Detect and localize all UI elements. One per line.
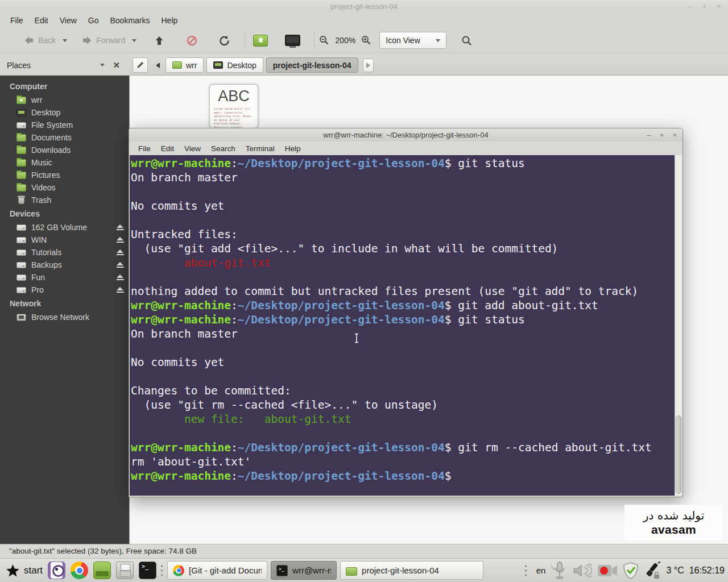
shield-check-icon[interactable]	[623, 562, 639, 579]
edit-path-button[interactable]	[133, 57, 148, 73]
eject-icon[interactable]	[117, 237, 124, 243]
fm-menu-view[interactable]: View	[54, 14, 82, 27]
fm-maximize-button[interactable]: +	[702, 1, 707, 11]
chrome-icon[interactable]	[71, 562, 88, 579]
search-button[interactable]	[461, 35, 472, 46]
fm-close-button[interactable]: ×	[717, 1, 721, 11]
breadcrumb-wrr[interactable]: wrr	[166, 57, 204, 73]
zoom-out-button[interactable]	[319, 35, 329, 45]
sidebar-item-win[interactable]: WIN	[0, 234, 129, 246]
sidebar-item-pro[interactable]: Pro	[0, 284, 129, 296]
file-about-git-txt[interactable]: ABC Lorem ipsum dolor sit amet, consecte…	[209, 84, 258, 128]
up-button[interactable]	[155, 36, 164, 45]
eject-icon[interactable]	[117, 275, 124, 280]
terminal-screen[interactable]: wrr@wrr-machine:~/Desktop/project-git-le…	[130, 155, 682, 496]
eject-icon[interactable]	[117, 225, 124, 230]
terminal-line: rm 'about-git.txt'	[131, 455, 674, 469]
clock[interactable]: 16:52:19	[689, 566, 725, 576]
forward-button[interactable]: Forward	[82, 36, 125, 45]
file-preview-title: ABC	[210, 88, 258, 105]
sidebar-item-desktop[interactable]: Desktop	[0, 106, 129, 119]
view-mode-select[interactable]: Icon View	[379, 32, 446, 49]
keyboard-layout-indicator[interactable]: en	[536, 566, 546, 575]
terminal-line	[131, 185, 674, 199]
zoom-in-button[interactable]	[361, 35, 371, 45]
terminal-menu-file[interactable]: File	[133, 143, 156, 154]
back-button[interactable]: Back	[24, 36, 56, 45]
plug-icon[interactable]	[644, 562, 661, 580]
network-icon	[16, 314, 26, 321]
floppy-icon[interactable]	[116, 562, 134, 579]
sidebar-item-music[interactable]: Music	[0, 156, 129, 169]
scroll-crumbs-left-icon[interactable]	[156, 63, 160, 68]
fm-menu-go[interactable]: Go	[82, 14, 105, 27]
file-manager-titlebar[interactable]: project-git-lesson-04 – + ×	[0, 0, 728, 13]
terminal-app-icon[interactable]	[139, 562, 156, 579]
sidebar-item-browse-network[interactable]: Browse Network	[0, 311, 129, 323]
breadcrumb-project-git-lesson-04[interactable]: project-git-lesson-04	[266, 57, 358, 73]
places-selector-caret[interactable]	[100, 64, 105, 66]
taskbar-window-git-git-add-documen[interactable]: [Git - git-add Documen...	[167, 561, 267, 580]
microphone-icon[interactable]	[551, 561, 568, 580]
taskbar-window-wrr-wrr-machine-d[interactable]: wrr@wrr-machine: ~/D...	[271, 561, 337, 580]
terminal-minimize-button[interactable]: –	[647, 130, 651, 140]
taskbar-window-project-git-lesson-04[interactable]: project-git-lesson-04	[340, 561, 483, 580]
sidebar-item-documents[interactable]: Documents	[0, 131, 129, 144]
terminal-menu-terminal[interactable]: Terminal	[241, 143, 280, 154]
fm-minimize-button[interactable]: –	[688, 1, 693, 11]
watermark: تولید شده در avasam	[624, 505, 723, 540]
fm-menu-help[interactable]: Help	[156, 14, 184, 27]
terminal-scrollbar-thumb[interactable]	[676, 415, 681, 494]
sidebar-item-pictures[interactable]: Pictures	[0, 169, 129, 181]
places-close-icon[interactable]: ✕	[113, 60, 120, 70]
sidebar-item-downloads[interactable]: Downloads	[0, 144, 129, 156]
scroll-crumbs-right-button[interactable]	[363, 59, 374, 72]
ibeam-cursor	[354, 333, 359, 343]
term-menubar: FileEditViewSearchTerminalHelp	[129, 142, 682, 155]
sidebar-item-backups[interactable]: Backups	[0, 259, 129, 271]
fm-menu-file[interactable]: File	[5, 14, 29, 27]
terminal-scrollbar[interactable]	[675, 155, 682, 496]
file-manager-icon[interactable]	[93, 562, 111, 579]
terminal-line: Untracked files:	[131, 227, 674, 242]
sidebar: ComputerwrrDesktopFile SystemDocumentsDo…	[0, 76, 129, 544]
eject-icon[interactable]	[117, 262, 124, 268]
terminal-menu-edit[interactable]: Edit	[156, 143, 179, 154]
terminal-close-button[interactable]: ×	[672, 130, 677, 140]
sidebar-item-162-gb-volume[interactable]: 162 GB Volume	[0, 221, 129, 234]
home-button[interactable]	[253, 35, 268, 47]
volume-icon[interactable]	[573, 562, 592, 579]
stop-button[interactable]	[187, 35, 197, 46]
screen-record-icon[interactable]	[597, 563, 618, 578]
terminal-maximize-button[interactable]: +	[660, 130, 664, 140]
fm-menu-bookmarks[interactable]: Bookmarks	[104, 14, 155, 27]
terminal-titlebar[interactable]: wrr@wrr-machine: ~/Desktop/project-git-l…	[129, 128, 682, 142]
terminal-line: about-git.txt	[131, 256, 674, 270]
temperature-indicator[interactable]: 3 °C	[666, 566, 684, 576]
terminal-menu-help[interactable]: Help	[280, 143, 306, 154]
refresh-button[interactable]	[219, 35, 230, 46]
sidebar-item-wrr[interactable]: wrr	[0, 94, 129, 106]
forward-history-caret[interactable]	[132, 39, 136, 42]
eject-icon[interactable]	[117, 287, 124, 293]
taskbar-window-label: [Git - git-add Documen...	[189, 566, 262, 575]
sidebar-section-devices: Devices	[0, 206, 129, 221]
terminal-menu-search[interactable]: Search	[206, 143, 241, 154]
pathbar: wrrDesktopproject-git-lesson-04	[129, 55, 728, 76]
eject-icon[interactable]	[117, 250, 124, 255]
sidebar-item-videos[interactable]: Videos	[0, 181, 129, 194]
camera-app-icon[interactable]	[48, 562, 65, 579]
sidebar-item-fun[interactable]: Fun	[0, 271, 129, 284]
folder-icon	[16, 159, 26, 167]
sidebar-item-trash[interactable]: Trash	[0, 194, 129, 206]
computer-button[interactable]	[285, 35, 300, 46]
terminal-menu-view[interactable]: View	[179, 143, 206, 154]
back-history-caret[interactable]	[63, 39, 67, 42]
sidebar-item-file-system[interactable]: File System	[0, 119, 129, 131]
drive-icon	[16, 275, 26, 281]
breadcrumb-desktop[interactable]: Desktop	[206, 57, 263, 73]
sidebar-item-tutorials[interactable]: Tutorials	[0, 246, 129, 259]
fm-menu-edit[interactable]: Edit	[29, 14, 54, 27]
start-button[interactable]: start	[0, 559, 48, 582]
terminal-title: wrr@wrr-machine: ~/Desktop/project-git-l…	[129, 131, 682, 139]
